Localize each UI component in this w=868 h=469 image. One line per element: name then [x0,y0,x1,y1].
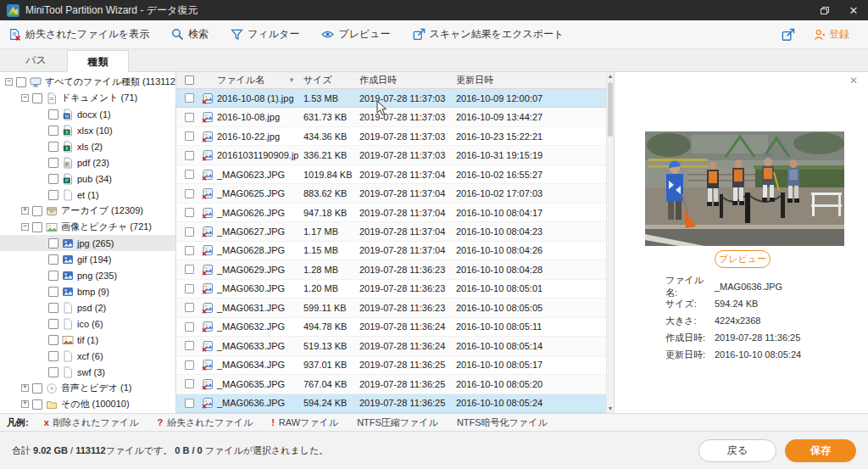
save-button[interactable]: 保存 [785,439,856,462]
tree-item[interactable]: W docx (1) [0,106,175,122]
tree-item[interactable]: − すべてのファイル種類 (113112) [0,74,175,90]
tree-checkbox[interactable] [48,190,58,200]
tree-item[interactable]: + その他 (100010) [0,396,175,412]
close-window-button[interactable]: ✕ [839,0,868,20]
table-row[interactable]: _MAG0630.JPG 1.20 MB 2019-07-28 11:36:23… [176,280,606,299]
toolbar-button-filter[interactable]: フィルター [231,27,299,42]
tree-item[interactable]: X xls (2) [0,138,175,154]
tree-checkbox[interactable] [48,271,58,281]
tree-checkbox[interactable] [48,287,58,297]
column-header-created[interactable]: 作成日時 [354,74,451,87]
row-checkbox[interactable] [185,322,194,332]
scrollbar-thumb[interactable] [608,82,613,137]
row-checkbox[interactable] [185,227,194,237]
row-checkbox[interactable] [185,208,194,217]
tree-checkbox[interactable] [48,109,58,120]
table-row[interactable]: _MAG0629.JPG 1.28 MB 2019-07-28 11:36:23… [176,260,606,279]
expander-icon[interactable]: − [5,78,13,86]
table-row[interactable]: _MAG0625.JPG 883.62 KB 2019-07-28 11:37:… [176,184,606,203]
tree-item[interactable]: swf (3) [0,364,175,380]
table-row[interactable]: 2016-10-08.jpg 631.73 KB 2019-07-28 11:3… [176,108,606,126]
row-checkbox[interactable] [185,379,194,388]
tab-path[interactable]: パス [5,49,67,71]
select-all-checkbox[interactable] [185,75,194,85]
scroll-down-icon[interactable]: ▼ [607,405,614,413]
tree-checkbox[interactable] [48,158,58,168]
row-checkbox[interactable] [185,113,194,122]
table-row[interactable]: _MAG0635.JPG 767.04 KB 2019-07-28 11:36:… [176,375,606,394]
tree-checkbox[interactable] [32,222,42,232]
tree-item[interactable]: bmp (9) [0,283,175,299]
close-preview-icon[interactable]: ✕ [849,75,858,87]
row-checkbox[interactable] [185,399,194,408]
row-checkbox[interactable] [185,265,194,274]
tree-item[interactable]: jpg (265) [0,235,175,251]
table-row[interactable]: _MAG0626.JPG 947.18 KB 2019-07-28 11:37:… [176,204,606,222]
table-row[interactable]: _MAG0633.JPG 519.13 KB 2019-07-28 11:36:… [176,337,606,355]
expander-icon[interactable]: − [21,223,29,231]
table-row[interactable]: _MAG0636.JPG 594.24 KB 2019-07-28 11:36:… [176,394,606,413]
tree-checkbox[interactable] [48,142,58,152]
register-button[interactable]: 登録 [814,27,849,42]
toolbar-button-preview[interactable]: プレビュー [321,27,390,42]
tree-checkbox[interactable] [48,238,58,248]
tree-item[interactable]: − 画像とピクチャ (721) [0,219,175,235]
row-checkbox[interactable] [185,341,194,350]
tree-checkbox[interactable] [48,335,58,345]
tree-checkbox[interactable] [48,303,58,313]
row-checkbox[interactable] [185,246,194,255]
tree-item[interactable]: xcf (6) [0,348,175,364]
expander-icon[interactable]: + [21,384,29,392]
preview-button[interactable]: プレビュー [715,250,771,268]
table-row[interactable]: _MAG0627.JPG 1.17 MB 2019-07-28 11:37:04… [176,222,606,241]
table-row[interactable]: _MAG0631.JPG 599.11 KB 2019-07-28 11:36:… [176,299,606,317]
row-checkbox[interactable] [185,151,194,160]
toolbar-button-show-lost-files[interactable]: 紛失されたファイルを表示 [8,27,149,42]
export-icon[interactable] [782,28,795,42]
toolbar-button-export[interactable]: スキャン結果をエクスポート [413,27,565,42]
table-scrollbar[interactable]: ▲ ▼ [606,72,614,413]
tree-checkbox[interactable] [32,93,42,103]
tree-item[interactable]: tif (1) [0,332,175,348]
scroll-up-icon[interactable]: ▲ [607,72,614,81]
tree-checkbox[interactable] [48,174,58,184]
row-checkbox[interactable] [185,284,194,293]
tree-item[interactable]: gif (194) [0,251,175,267]
row-checkbox[interactable] [185,303,194,312]
tree-checkbox[interactable] [32,383,42,394]
tab-type[interactable]: 種類 [67,50,129,72]
table-row[interactable]: 2016-10-22.jpg 434.36 KB 2019-07-28 11:3… [176,127,606,146]
back-button[interactable]: 戻る [698,439,776,462]
tree-item[interactable]: P pub (34) [0,170,175,187]
row-checkbox[interactable] [185,131,194,141]
tree-item[interactable]: P pdf (23) [0,154,175,170]
toolbar-button-search[interactable]: 検索 [171,27,209,42]
table-row[interactable]: 20161031190909.jpg 336.21 KB 2019-07-28 … [176,146,606,165]
row-checkbox[interactable] [185,189,194,198]
row-checkbox[interactable] [185,170,194,179]
tree-checkbox[interactable] [48,367,58,377]
expander-icon[interactable]: + [21,400,29,408]
tree-checkbox[interactable] [48,254,58,265]
table-row[interactable]: _MAG0628.JPG 1.15 MB 2019-07-28 11:37:04… [176,242,606,260]
column-header-modified[interactable]: 更新日時 [451,74,606,87]
column-header-size[interactable]: サイズ [298,74,354,87]
tree-checkbox[interactable] [16,77,26,87]
tree-checkbox[interactable] [48,126,58,136]
table-row[interactable]: 2016-10-08 (1).jpg 1.53 MB 2019-07-28 11… [176,89,606,108]
column-header-filename[interactable]: ファイル名 ▼ [202,74,298,87]
tree-item[interactable]: − ドキュメント (71) [0,90,175,106]
tree-item[interactable]: + 音声とビデオ (1) [0,380,175,396]
tree-checkbox[interactable] [48,351,58,361]
tree-checkbox[interactable] [48,319,58,329]
tree-item[interactable]: + アーカイブ (12309) [0,203,175,219]
restore-window-button[interactable] [810,0,839,20]
table-row[interactable]: _MAG0623.JPG 1019.84 KB 2019-07-28 11:37… [176,165,606,184]
row-checkbox[interactable] [185,360,194,370]
tree-item[interactable]: X xlsx (10) [0,122,175,138]
tree-item[interactable]: ico (6) [0,315,175,332]
table-row[interactable]: _MAG0632.JPG 494.78 KB 2019-07-28 11:36:… [176,318,606,337]
table-row[interactable]: _MAG0634.JPG 937.01 KB 2019-07-28 11:36:… [176,356,606,375]
tree-item[interactable]: et (1) [0,187,175,203]
expander-icon[interactable]: + [21,207,29,215]
